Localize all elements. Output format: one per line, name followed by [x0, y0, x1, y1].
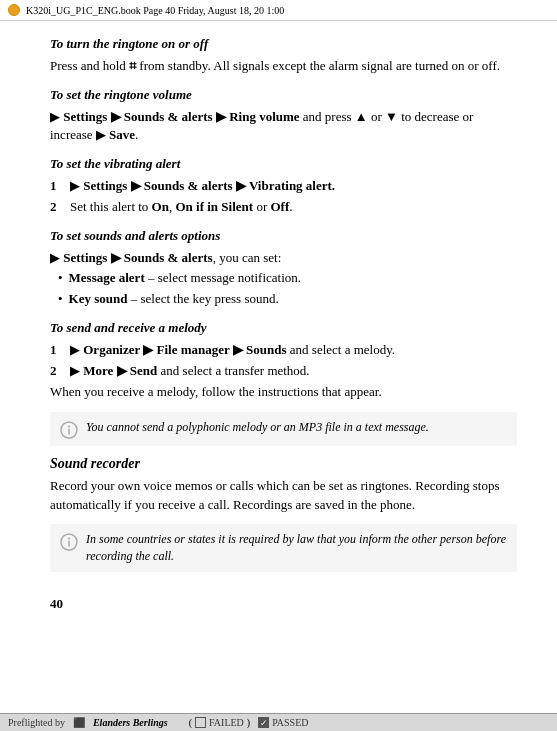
arrow-down: ▼ — [385, 109, 398, 124]
vibrating-step-2-text: Set this alert to On, On if in Silent or… — [70, 198, 293, 217]
vibrating-alert-list: 1 ▶ Settings ▶ Sounds & alerts ▶ Vibrati… — [50, 177, 517, 217]
elanders-logo: Elanders Berlings — [93, 717, 168, 728]
passed-label: PASSED — [272, 717, 308, 728]
bullet-message-alert: Message alert – select message notificat… — [58, 269, 517, 288]
melody-num-2: 2 — [50, 362, 64, 381]
orange-dot-icon — [8, 4, 20, 16]
note-box-1: You cannot send a polyphonic melody or a… — [50, 412, 517, 446]
bottom-bar: Preflighted by ⬛ Elanders Berlings ( FAI… — [0, 713, 557, 731]
top-bar-left: K320i_UG_P1C_ENG.book Page 40 Friday, Au… — [8, 4, 284, 16]
sound-recorder-body: Record your own voice memos or calls whi… — [50, 477, 517, 515]
main-content: To turn the ringtone on or off Press and… — [0, 21, 557, 590]
note-box-2: In some countries or states it is requir… — [50, 524, 517, 572]
note-icon-2 — [60, 533, 78, 551]
passed-checkbox-item: ✓ PASSED — [258, 717, 308, 728]
sound-recorder-title: Sound recorder — [50, 454, 517, 474]
section-body-ringtone-volume: ▶ Settings ▶ Sounds & alerts ▶ Ring volu… — [50, 108, 517, 146]
separator-1 — [176, 717, 181, 728]
bullet-key-text: Key sound – select the key press sound. — [69, 290, 279, 309]
arrow-keys: ▲ — [355, 109, 368, 124]
top-bar: K320i_UG_P1C_ENG.book Page 40 Friday, Au… — [0, 0, 557, 21]
section-body-ringtone-on-off: Press and hold ⌗ from standby. All signa… — [50, 57, 517, 76]
section-body-sounds-alerts: ▶ Settings ▶ Sounds & alerts, you can se… — [50, 249, 517, 268]
symbol-hash: ⌗ — [129, 58, 136, 73]
failed-label: FAILED — [209, 717, 244, 728]
failed-checkbox-item: ( FAILED ) — [189, 717, 251, 728]
page-number: 40 — [0, 594, 557, 614]
sounds-alerts-bullets: Message alert – select message notificat… — [58, 269, 517, 309]
note-text-2: In some countries or states it is requir… — [86, 531, 507, 565]
section-sound-recorder: Sound recorder Record your own voice mem… — [50, 454, 517, 515]
failed-paren-close: ) — [247, 717, 250, 728]
step-num-2: 2 — [50, 198, 64, 217]
section-title-melody: To send and receive a melody — [50, 319, 517, 338]
save-label: Save — [109, 127, 135, 142]
section-title-sounds-alerts: To set sounds and alerts options — [50, 227, 517, 246]
section-title-ringtone-on-off: To turn the ringtone on or off — [50, 35, 517, 54]
melody-after-steps: When you receive a melody, follow the in… — [50, 383, 517, 402]
melody-list: 1 ▶ Organizer ▶ File manager ▶ Sounds an… — [50, 341, 517, 381]
vibrating-step-2: 2 Set this alert to On, On if in Silent … — [50, 198, 517, 217]
ringtone-volume-path: Settings ▶ Sounds & alerts ▶ Ring volume — [63, 109, 299, 124]
section-ringtone-volume: To set the ringtone volume ▶ Settings ▶ … — [50, 86, 517, 146]
section-sounds-alerts: To set sounds and alerts options ▶ Setti… — [50, 227, 517, 309]
step-num-1: 1 — [50, 177, 64, 196]
bullet-key-sound: Key sound – select the key press sound. — [58, 290, 517, 309]
failed-checkbox — [195, 717, 206, 728]
melody-step-2-text: ▶ More ▶ Send and select a transfer meth… — [70, 362, 310, 381]
section-title-vibrating-alert: To set the vibrating alert — [50, 155, 517, 174]
bullet-message-text: Message alert – select message notificat… — [69, 269, 301, 288]
svg-point-1 — [68, 425, 70, 427]
melody-step-1-text: ▶ Organizer ▶ File manager ▶ Sounds and … — [70, 341, 395, 360]
melody-num-1: 1 — [50, 341, 64, 360]
note-icon-1 — [60, 421, 78, 439]
svg-point-4 — [68, 538, 70, 540]
preflighted-label: Preflighted by — [8, 717, 65, 728]
section-vibrating-alert: To set the vibrating alert 1 ▶ Settings … — [50, 155, 517, 217]
preflighted-icon: ⬛ — [73, 717, 85, 728]
melody-step-2: 2 ▶ More ▶ Send and select a transfer me… — [50, 362, 517, 381]
section-ringtone-on-off: To turn the ringtone on or off Press and… — [50, 35, 517, 76]
top-bar-text: K320i_UG_P1C_ENG.book Page 40 Friday, Au… — [26, 5, 284, 16]
vibrating-step-1-text: ▶ Settings ▶ Sounds & alerts ▶ Vibrating… — [70, 177, 335, 196]
page-container: K320i_UG_P1C_ENG.book Page 40 Friday, Au… — [0, 0, 557, 731]
section-send-receive-melody: To send and receive a melody 1 ▶ Organiz… — [50, 319, 517, 401]
section-title-ringtone-volume: To set the ringtone volume — [50, 86, 517, 105]
passed-checkbox: ✓ — [258, 717, 269, 728]
melody-step-1: 1 ▶ Organizer ▶ File manager ▶ Sounds an… — [50, 341, 517, 360]
vibrating-step-1: 1 ▶ Settings ▶ Sounds & alerts ▶ Vibrati… — [50, 177, 517, 196]
failed-paren-open: ( — [189, 717, 192, 728]
note-text-1: You cannot send a polyphonic melody or a… — [86, 419, 429, 436]
